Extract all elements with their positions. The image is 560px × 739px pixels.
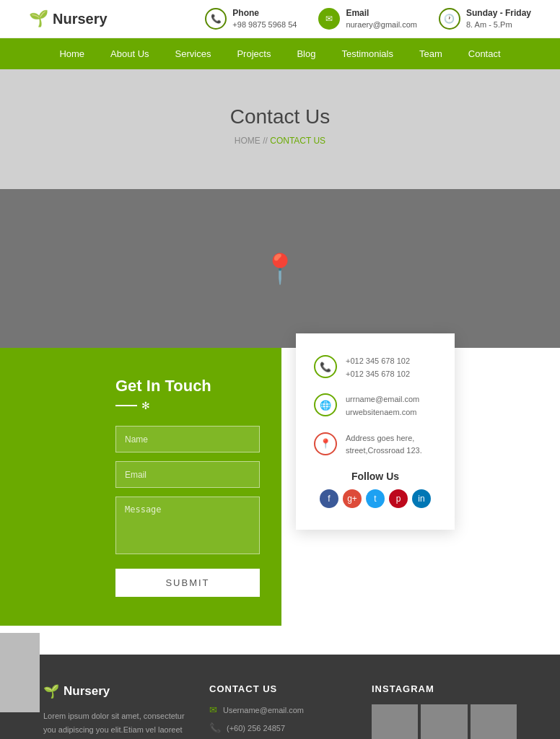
hero-banner: Contact Us HOME // CONTACT US bbox=[0, 69, 560, 189]
info-card: 📞 +012 345 678 102 +012 345 678 102 🌐 ur… bbox=[296, 333, 455, 530]
card-phone-icon: 📞 bbox=[314, 355, 337, 378]
nav-blog[interactable]: Blog bbox=[284, 38, 328, 69]
contact-section: Get In Touch ✻ SUBMIT 📞 +012 345 678 102… bbox=[0, 348, 560, 655]
twitter-icon[interactable]: t bbox=[366, 489, 385, 508]
logo-text: Nursery bbox=[53, 11, 108, 27]
header-contacts: 📞 Phone +98 9875 5968 54 ✉ Email nuraery… bbox=[205, 7, 531, 30]
map-area: 📍 bbox=[0, 189, 560, 348]
nav-testimonials[interactable]: Testimonials bbox=[328, 38, 406, 69]
footer-email-text: Username@email.com bbox=[223, 706, 304, 714]
footer-logo-text: Nursery bbox=[64, 684, 110, 699]
name-input[interactable] bbox=[115, 426, 260, 452]
footer-phone-icon: 📞 bbox=[209, 722, 221, 733]
snowflake-icon: ✻ bbox=[141, 400, 150, 411]
footer-logo: 🌱 Nursery bbox=[43, 683, 188, 699]
contact-inner: Get In Touch ✻ SUBMIT 📞 +012 345 678 102… bbox=[0, 348, 560, 626]
clock-icon: 🕐 bbox=[439, 8, 460, 30]
phone-info-row: 📞 +012 345 678 102 +012 345 678 102 bbox=[314, 355, 437, 380]
nav-services[interactable]: Services bbox=[162, 38, 224, 69]
breadcrumb-sep: // bbox=[263, 136, 270, 146]
site-header: 🌱 Nursery 📞 Phone +98 9875 5968 54 ✉ Ema… bbox=[0, 0, 560, 38]
logo[interactable]: 🌱 Nursery bbox=[29, 9, 108, 28]
pinterest-icon[interactable]: p bbox=[389, 489, 408, 508]
email-input[interactable] bbox=[115, 461, 260, 488]
footer-phone-text: (+60) 256 24857 bbox=[227, 724, 285, 733]
phone-contact: 📞 Phone +98 9875 5968 54 bbox=[205, 7, 297, 30]
card-email-icon: 🌐 bbox=[314, 393, 337, 416]
breadcrumb-current: CONTACT US bbox=[270, 136, 325, 146]
email-icon: ✉ bbox=[318, 8, 340, 30]
footer-phone-item: 📞 (+60) 256 24857 bbox=[209, 722, 350, 733]
footer-top: 🌱 Nursery Lorem ipsum dolor sit amet, co… bbox=[0, 655, 560, 739]
get-in-touch-title: Get In Touch bbox=[115, 377, 260, 395]
footer-contact-title: CONTACT US bbox=[209, 683, 350, 694]
card-email-text: urrname@email.com urwebsitenaem.com bbox=[346, 393, 419, 419]
nav-team[interactable]: Team bbox=[406, 38, 455, 69]
page-title: Contact Us bbox=[14, 105, 546, 128]
logo-icon: 🌱 bbox=[29, 9, 48, 28]
email-info: Email nuraery@gmail.com bbox=[346, 7, 417, 30]
googleplus-icon[interactable]: g+ bbox=[343, 489, 362, 508]
footer-decoration bbox=[0, 633, 40, 712]
main-nav: Home About Us Services Projects Blog Tes… bbox=[0, 38, 560, 69]
footer-email-icon: ✉ bbox=[209, 704, 217, 715]
site-footer: 🌱 Nursery Lorem ipsum dolor sit amet, co… bbox=[0, 655, 560, 739]
instagram-thumb-3[interactable] bbox=[471, 704, 517, 739]
contact-form-area: Get In Touch ✻ SUBMIT bbox=[0, 348, 281, 626]
breadcrumb: HOME // CONTACT US bbox=[14, 136, 546, 146]
title-line bbox=[115, 405, 137, 406]
nav-projects[interactable]: Projects bbox=[224, 38, 284, 69]
footer-col-about: 🌱 Nursery Lorem ipsum dolor sit amet, co… bbox=[43, 683, 188, 739]
nav-about[interactable]: About Us bbox=[97, 38, 162, 69]
card-location-icon: 📍 bbox=[314, 432, 337, 455]
follow-us-title: Follow Us bbox=[314, 471, 437, 482]
phone-icon: 📞 bbox=[205, 8, 227, 30]
breadcrumb-home: HOME bbox=[235, 136, 261, 146]
card-phone-text: +012 345 678 102 +012 345 678 102 bbox=[346, 355, 410, 380]
map-pin-icon: 📍 bbox=[262, 252, 298, 286]
email-contact: ✉ Email nuraery@gmail.com bbox=[318, 7, 417, 30]
phone-info: Phone +98 9875 5968 54 bbox=[232, 7, 297, 30]
social-icons: f g+ t p in bbox=[314, 489, 437, 508]
footer-logo-icon: 🌱 bbox=[43, 683, 59, 699]
email-info-row: 🌐 urrname@email.com urwebsitenaem.com bbox=[314, 393, 437, 419]
hours-info: Sunday - Friday 8. Am - 5.Pm bbox=[466, 7, 531, 30]
card-address-text: Address goes here, street,Crossroad 123. bbox=[346, 432, 422, 458]
linkedin-icon[interactable]: in bbox=[412, 489, 431, 508]
nav-contact[interactable]: Contact bbox=[455, 38, 514, 69]
footer-email-item: ✉ Username@email.com bbox=[209, 704, 350, 715]
facebook-icon[interactable]: f bbox=[320, 489, 338, 508]
submit-button[interactable]: SUBMIT bbox=[115, 569, 260, 597]
address-info-row: 📍 Address goes here, street,Crossroad 12… bbox=[314, 432, 437, 458]
hours-contact: 🕐 Sunday - Friday 8. Am - 5.Pm bbox=[439, 7, 531, 30]
instagram-grid bbox=[372, 704, 517, 739]
footer-instagram-title: INSTAGRAM bbox=[372, 683, 517, 694]
footer-description: Lorem ipsum dolor sit amet, consectetur … bbox=[43, 709, 188, 739]
footer-col-instagram: INSTAGRAM bbox=[372, 683, 517, 739]
footer-col-contact: CONTACT US ✉ Username@email.com 📞 (+60) … bbox=[209, 683, 350, 739]
message-input[interactable] bbox=[115, 497, 260, 554]
nav-home[interactable]: Home bbox=[46, 38, 97, 69]
title-underline: ✻ bbox=[115, 400, 260, 411]
instagram-thumb-2[interactable] bbox=[421, 704, 467, 739]
instagram-thumb-1[interactable] bbox=[372, 704, 418, 739]
